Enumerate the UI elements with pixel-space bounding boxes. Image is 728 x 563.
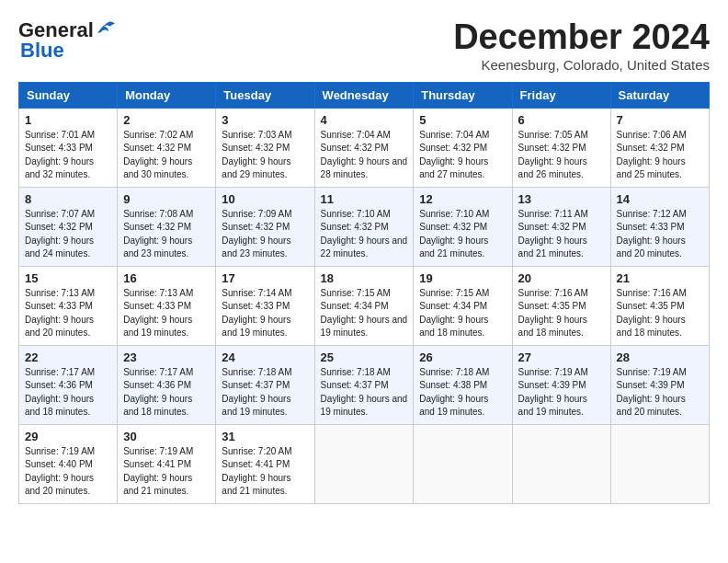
sunset-text: Sunset: 4:32 PM: [321, 222, 389, 232]
daylight-text: Daylight: 9 hours and 21 minutes.: [518, 236, 587, 259]
day-number: 30: [123, 430, 210, 443]
sunset-text: Sunset: 4:32 PM: [25, 222, 93, 232]
sunrise-text: Sunrise: 7:19 AM: [25, 446, 95, 456]
day-info: Sunrise: 7:10 AM Sunset: 4:32 PM Dayligh…: [321, 208, 408, 261]
col-wednesday: Wednesday: [314, 82, 414, 108]
calendar-day-cell: 5 Sunrise: 7:04 AM Sunset: 4:32 PM Dayli…: [414, 108, 512, 187]
day-info: Sunrise: 7:17 AM Sunset: 4:36 PM Dayligh…: [123, 366, 210, 419]
calendar-day-cell: 21 Sunrise: 7:16 AM Sunset: 4:35 PM Dayl…: [610, 266, 709, 345]
sunset-text: Sunset: 4:41 PM: [222, 459, 290, 469]
daylight-text: Daylight: 9 hours and 18 minutes.: [25, 394, 94, 418]
daylight-text: Daylight: 9 hours and 21 minutes.: [419, 236, 488, 259]
daylight-text: Daylight: 9 hours and 23 minutes.: [222, 236, 290, 259]
sunset-text: Sunset: 4:32 PM: [222, 143, 290, 153]
daylight-text: Daylight: 9 hours and 21 minutes.: [222, 473, 290, 497]
daylight-text: Daylight: 9 hours and 19 minutes.: [518, 394, 587, 418]
daylight-text: Daylight: 9 hours and 19 minutes.: [123, 315, 192, 339]
sunrise-text: Sunrise: 7:16 AM: [518, 288, 588, 298]
sunset-text: Sunset: 4:37 PM: [321, 380, 389, 390]
day-number: 23: [123, 350, 210, 364]
calendar-day-cell: 10 Sunrise: 7:09 AM Sunset: 4:32 PM Dayl…: [216, 187, 314, 266]
page-header: General Blue December 2024 Keenesburg, C…: [18, 18, 710, 73]
calendar-day-cell: [314, 424, 414, 503]
sunset-text: Sunset: 4:35 PM: [617, 301, 685, 311]
day-info: Sunrise: 7:19 AM Sunset: 4:40 PM Dayligh…: [25, 445, 111, 499]
sunset-text: Sunset: 4:33 PM: [25, 301, 93, 311]
day-info: Sunrise: 7:07 AM Sunset: 4:32 PM Dayligh…: [25, 208, 111, 261]
sunset-text: Sunset: 4:32 PM: [518, 222, 586, 232]
calendar-day-cell: [512, 424, 610, 503]
day-number: 25: [321, 350, 408, 364]
calendar-day-cell: 20 Sunrise: 7:16 AM Sunset: 4:35 PM Dayl…: [512, 266, 610, 345]
calendar-day-cell: 31 Sunrise: 7:20 AM Sunset: 4:41 PM Dayl…: [216, 424, 314, 503]
daylight-text: Daylight: 9 hours and 19 minutes.: [222, 394, 290, 418]
day-number: 5: [419, 113, 506, 127]
sunrise-text: Sunrise: 7:01 AM: [25, 130, 95, 140]
day-number: 7: [617, 113, 703, 127]
sunrise-text: Sunrise: 7:10 AM: [321, 209, 391, 219]
day-number: 8: [25, 192, 111, 206]
calendar-week-row: 8 Sunrise: 7:07 AM Sunset: 4:32 PM Dayli…: [19, 187, 710, 266]
calendar-day-cell: 9 Sunrise: 7:08 AM Sunset: 4:32 PM Dayli…: [118, 187, 216, 266]
day-info: Sunrise: 7:08 AM Sunset: 4:32 PM Dayligh…: [123, 208, 210, 261]
daylight-text: Daylight: 9 hours and 19 minutes.: [419, 394, 488, 418]
daylight-text: Daylight: 9 hours and 19 minutes.: [321, 315, 408, 339]
calendar-day-cell: 17 Sunrise: 7:14 AM Sunset: 4:33 PM Dayl…: [216, 266, 314, 345]
calendar-day-cell: [414, 424, 512, 503]
sunset-text: Sunset: 4:32 PM: [123, 143, 191, 153]
sunrise-text: Sunrise: 7:07 AM: [25, 209, 95, 219]
day-number: 4: [321, 113, 408, 127]
calendar-week-row: 29 Sunrise: 7:19 AM Sunset: 4:40 PM Dayl…: [19, 424, 710, 503]
daylight-text: Daylight: 9 hours and 21 minutes.: [123, 473, 192, 497]
calendar-day-cell: 29 Sunrise: 7:19 AM Sunset: 4:40 PM Dayl…: [19, 424, 118, 503]
calendar-day-cell: 6 Sunrise: 7:05 AM Sunset: 4:32 PM Dayli…: [512, 108, 610, 187]
sunrise-text: Sunrise: 7:14 AM: [222, 288, 291, 298]
sunrise-text: Sunrise: 7:19 AM: [518, 367, 588, 377]
sunrise-text: Sunrise: 7:13 AM: [123, 288, 193, 298]
day-info: Sunrise: 7:05 AM Sunset: 4:32 PM Dayligh…: [518, 129, 605, 182]
calendar-day-cell: 22 Sunrise: 7:17 AM Sunset: 4:36 PM Dayl…: [19, 345, 118, 424]
calendar-day-cell: [610, 424, 709, 503]
day-info: Sunrise: 7:04 AM Sunset: 4:32 PM Dayligh…: [321, 129, 408, 182]
day-number: 28: [617, 350, 703, 364]
calendar-day-cell: 11 Sunrise: 7:10 AM Sunset: 4:32 PM Dayl…: [314, 187, 414, 266]
day-info: Sunrise: 7:03 AM Sunset: 4:32 PM Dayligh…: [222, 129, 308, 182]
daylight-text: Daylight: 9 hours and 18 minutes.: [518, 315, 587, 339]
day-info: Sunrise: 7:15 AM Sunset: 4:34 PM Dayligh…: [321, 287, 408, 340]
day-number: 1: [25, 113, 111, 127]
sunrise-text: Sunrise: 7:15 AM: [419, 288, 489, 298]
calendar-day-cell: 18 Sunrise: 7:15 AM Sunset: 4:34 PM Dayl…: [314, 266, 414, 345]
sunrise-text: Sunrise: 7:04 AM: [419, 130, 489, 140]
day-number: 11: [321, 192, 408, 206]
col-friday: Friday: [512, 82, 610, 108]
sunset-text: Sunset: 4:32 PM: [321, 143, 389, 153]
sunset-text: Sunset: 4:35 PM: [518, 301, 586, 311]
day-number: 3: [222, 113, 308, 127]
calendar-day-cell: 7 Sunrise: 7:06 AM Sunset: 4:32 PM Dayli…: [610, 108, 709, 187]
calendar-week-row: 1 Sunrise: 7:01 AM Sunset: 4:33 PM Dayli…: [19, 108, 710, 187]
day-info: Sunrise: 7:18 AM Sunset: 4:37 PM Dayligh…: [222, 366, 308, 419]
day-number: 16: [123, 271, 210, 285]
col-monday: Monday: [118, 82, 216, 108]
calendar-day-cell: 26 Sunrise: 7:18 AM Sunset: 4:38 PM Dayl…: [414, 345, 512, 424]
logo: General Blue: [18, 18, 116, 63]
day-number: 19: [419, 271, 506, 285]
day-info: Sunrise: 7:20 AM Sunset: 4:41 PM Dayligh…: [222, 445, 308, 499]
day-info: Sunrise: 7:16 AM Sunset: 4:35 PM Dayligh…: [617, 287, 703, 340]
sunset-text: Sunset: 4:41 PM: [123, 459, 191, 469]
day-number: 31: [222, 430, 308, 443]
sunrise-text: Sunrise: 7:15 AM: [321, 288, 391, 298]
title-block: December 2024 Keenesburg, Colorado, Unit…: [453, 18, 710, 73]
day-number: 6: [518, 113, 605, 127]
sunrise-text: Sunrise: 7:19 AM: [617, 367, 687, 377]
sunset-text: Sunset: 4:34 PM: [321, 301, 389, 311]
sunrise-text: Sunrise: 7:11 AM: [518, 209, 588, 219]
sunset-text: Sunset: 4:33 PM: [617, 222, 685, 232]
sunrise-text: Sunrise: 7:02 AM: [123, 130, 193, 140]
sunset-text: Sunset: 4:32 PM: [419, 143, 487, 153]
col-tuesday: Tuesday: [216, 82, 314, 108]
day-number: 9: [123, 192, 210, 206]
calendar-day-cell: 8 Sunrise: 7:07 AM Sunset: 4:32 PM Dayli…: [19, 187, 118, 266]
sunset-text: Sunset: 4:36 PM: [25, 380, 93, 390]
day-number: 10: [222, 192, 308, 206]
